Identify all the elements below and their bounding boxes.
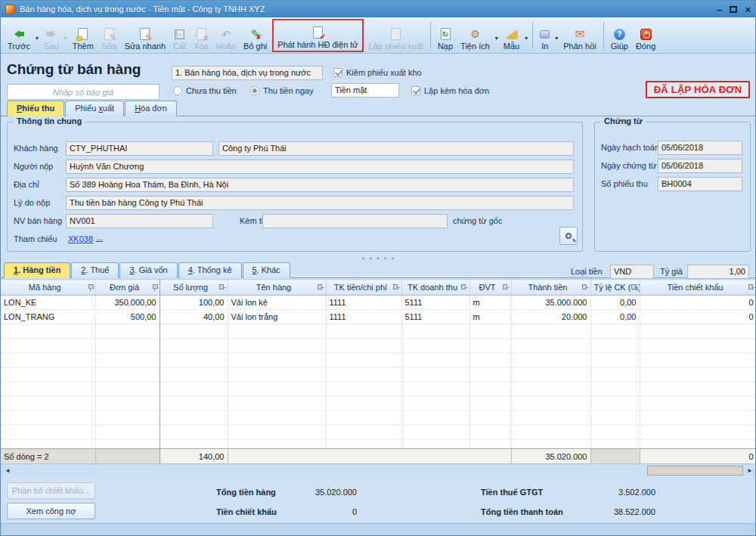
einvoice-check-icon: ✔ bbox=[313, 25, 323, 40]
unpost-button[interactable]: ✎✘ Bỏ ghi bbox=[240, 19, 271, 52]
payer-field[interactable]: Huỳnh Văn Chương bbox=[66, 160, 574, 174]
customer-name-field[interactable]: Công ty Phú Thái bbox=[218, 141, 574, 156]
reference-more-link[interactable]: ... bbox=[96, 233, 103, 242]
attach-field[interactable] bbox=[262, 214, 448, 228]
scroll-left-arrow[interactable]: ◄ bbox=[2, 465, 14, 476]
back-button[interactable]: Trước bbox=[4, 19, 34, 52]
column-header[interactable]: TK doanh thu bbox=[401, 280, 469, 296]
pin-icon[interactable] bbox=[88, 284, 93, 291]
pin-icon[interactable] bbox=[631, 285, 638, 290]
view-debt-button[interactable]: Xem công nợ bbox=[7, 503, 95, 519]
save-button: Cất bbox=[169, 19, 190, 52]
column-header[interactable]: Thành tiền bbox=[511, 280, 590, 296]
print-icon bbox=[540, 26, 550, 42]
scroll-right-arrow[interactable]: ► bbox=[744, 465, 756, 476]
close-button[interactable]: × bbox=[745, 5, 751, 14]
tab-khac[interactable]: 5. Khác bbox=[243, 262, 290, 278]
splitter-handle[interactable]: • • • • • bbox=[1, 256, 756, 261]
pin-icon[interactable] bbox=[393, 285, 400, 290]
receipt-no-field[interactable]: BH0004 bbox=[658, 177, 742, 191]
doc-type-combo[interactable]: 1. Bán hàng hóa, dịch vụ trong nước bbox=[172, 66, 323, 80]
pin-icon[interactable] bbox=[318, 285, 324, 290]
close-form-button[interactable]: Đóng bbox=[632, 19, 659, 52]
collect-now-radio: Thu tiền ngay bbox=[250, 86, 314, 95]
vat-row: Tiền thuế GTGT 3.502.000 bbox=[481, 488, 655, 497]
pin-icon[interactable] bbox=[461, 285, 468, 290]
column-header[interactable]: Tiền chiết khấu bbox=[640, 280, 756, 296]
minimize-button[interactable]: – bbox=[717, 5, 722, 14]
tab-thue[interactable]: 2. Thuế bbox=[71, 262, 119, 278]
quote-number-input[interactable] bbox=[7, 84, 160, 100]
payment-method-field[interactable]: Tiền mặt bbox=[331, 83, 399, 98]
column-header[interactable]: TK tiền/chi phí bbox=[326, 280, 401, 296]
exchange-rate-field[interactable]: 1,00 bbox=[687, 265, 749, 279]
tab-hoa-don[interactable]: Hóa đơn bbox=[125, 101, 177, 116]
with-invoice-checkbox: Lập kèm hóa đơn bbox=[411, 86, 489, 95]
grid-empty-area[interactable] bbox=[1, 324, 756, 449]
create-issue-note-button: Lập phiếu xuất bbox=[365, 19, 427, 52]
edit-document-icon: ✎ bbox=[104, 26, 114, 42]
toolbar: Trước ▾ Sau ▾ Thêm ✎ Sửa ✎ Sửa nhanh Cất… bbox=[1, 17, 755, 54]
total-payment-row: Tổng tiền thanh toán 38.522.000 bbox=[481, 507, 655, 516]
pin-icon[interactable] bbox=[748, 285, 755, 290]
utilities-button[interactable]: ⚙ Tiện ích bbox=[457, 19, 494, 52]
tab-phieu-thu[interactable]: Phiếu thu bbox=[7, 101, 64, 116]
window-title: Bán hàng hóa, dịch vụ trong nước - Tiền … bbox=[20, 5, 265, 14]
pin-icon[interactable] bbox=[582, 285, 589, 290]
template-ruler-icon bbox=[507, 26, 517, 42]
feedback-envelope-icon: ✉ bbox=[575, 26, 585, 42]
horizontal-scrollbar[interactable]: ◄ ► bbox=[1, 463, 756, 476]
currency-label: Loại tiền bbox=[571, 267, 603, 276]
posting-date-field[interactable]: 05/06/2018 bbox=[658, 141, 742, 155]
lookup-button[interactable] bbox=[559, 227, 578, 245]
highlight-box: ✔ Phát hành HĐ điện tử bbox=[272, 19, 363, 52]
print-dropdown-caret[interactable]: ▾ bbox=[555, 30, 558, 42]
magnifier-icon bbox=[565, 233, 572, 239]
maximize-button[interactable] bbox=[730, 6, 737, 13]
address-field[interactable]: Số 389 Hoàng Hoa Thám, Ba Đình, Hà Nội bbox=[66, 178, 574, 192]
tab-phieu-xuat[interactable]: Phiếu xuất bbox=[65, 101, 124, 116]
column-header[interactable]: Tên hàng bbox=[228, 280, 326, 296]
tab-hang-tien[interactable]: 1. Hàng tiền bbox=[4, 262, 70, 278]
app-window: Bán hàng hóa, dịch vụ trong nước - Tiền … bbox=[0, 0, 756, 536]
add-button[interactable]: Thêm bbox=[69, 19, 98, 52]
with-issue-note-checkbox: Kiêm phiếu xuất kho bbox=[333, 68, 422, 77]
radio-selected-icon bbox=[250, 86, 259, 95]
checkbox-icon bbox=[333, 68, 342, 77]
column-header[interactable]: Tỷ lệ CK (%) bbox=[590, 280, 640, 296]
pin-icon[interactable] bbox=[219, 285, 226, 290]
items-grid: Mã hàng Đơn giá Số lượng Tên hàng TK tiề… bbox=[1, 279, 756, 464]
scrollbar-thumb[interactable] bbox=[647, 466, 743, 476]
utilities-dropdown-caret[interactable]: ▾ bbox=[495, 30, 498, 42]
column-header[interactable]: Đơn giá bbox=[95, 280, 160, 296]
pin-icon[interactable] bbox=[152, 284, 157, 291]
power-icon bbox=[640, 26, 652, 42]
back-dropdown-caret[interactable]: ▾ bbox=[36, 30, 39, 42]
tab-gia-von[interactable]: 3. Giá vốn bbox=[119, 262, 177, 278]
document-tabs: Phiếu thu Phiếu xuất Hóa đơn bbox=[7, 101, 178, 116]
customer-code-field[interactable]: CTY_PHUTHAI bbox=[66, 141, 213, 156]
new-document-icon bbox=[78, 26, 88, 42]
reason-field[interactable]: Thu tiền bán hàng Công ty Phú Thái bbox=[66, 196, 574, 210]
reload-button[interactable]: ↻ Nạp bbox=[434, 19, 457, 52]
table-row[interactable]: LON_TRANG500,00 40,00Vải lon trắng 11115… bbox=[1, 310, 756, 324]
table-row[interactable]: LON_KE350.000,00 100,00Vải lon kẻ 111151… bbox=[1, 296, 756, 310]
help-button[interactable]: ? Giúp bbox=[607, 19, 632, 52]
doc-date-field[interactable]: 05/06/2018 bbox=[658, 159, 742, 173]
template-button[interactable]: Mẫu bbox=[500, 19, 523, 52]
column-header[interactable]: Số lượng bbox=[160, 280, 228, 296]
quick-edit-button[interactable]: ✎ Sửa nhanh bbox=[121, 19, 169, 52]
tab-thong-ke[interactable]: 4. Thống kê bbox=[178, 262, 242, 278]
column-header[interactable]: Mã hàng bbox=[1, 280, 95, 296]
reference-link[interactable]: XK038 bbox=[68, 234, 93, 243]
issue-einvoice-button[interactable]: ✔ Phát hành HĐ điện tử bbox=[274, 20, 361, 51]
unpost-pencil-icon: ✎✘ bbox=[250, 26, 260, 42]
print-button[interactable]: In bbox=[536, 19, 553, 52]
column-header[interactable]: ĐVT bbox=[469, 280, 511, 296]
currency-combo[interactable]: VND bbox=[610, 265, 654, 279]
pin-icon[interactable] bbox=[503, 285, 510, 290]
feedback-button[interactable]: ✉ Phản hồi bbox=[559, 19, 600, 52]
template-dropdown-caret[interactable]: ▾ bbox=[525, 30, 528, 42]
help-icon: ? bbox=[614, 26, 625, 42]
salesman-field[interactable]: NV001 bbox=[66, 214, 213, 228]
